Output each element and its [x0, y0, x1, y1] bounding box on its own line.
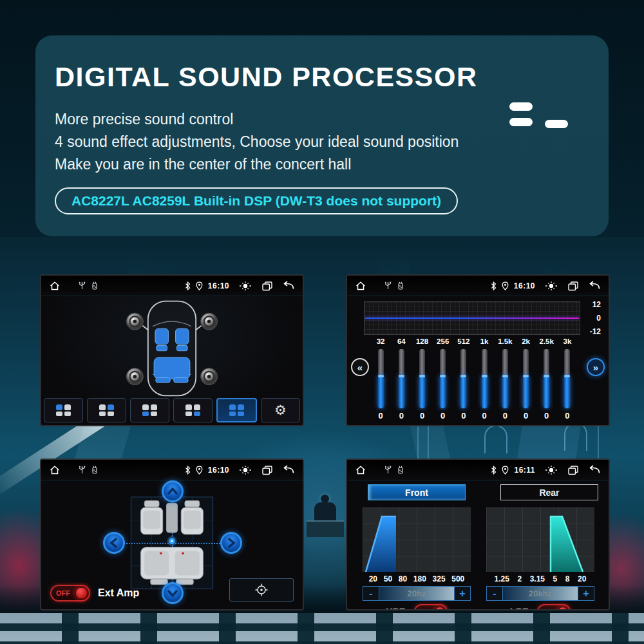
location-icon: [502, 281, 509, 290]
band-freq: 512: [457, 337, 469, 348]
bluetooth-icon: [185, 281, 191, 290]
band-slider[interactable]: [460, 349, 466, 408]
car-top-view: [114, 298, 230, 399]
equalizer-view: 12 0 -12 « » 320 640 1280 2560 5120 1k0 …: [347, 296, 609, 425]
speaker-select-screen: 16:10: [40, 274, 304, 426]
feature-line-1: More precise sound control: [55, 108, 580, 131]
next-band-button[interactable]: »: [587, 358, 605, 376]
status-bar: 16:11: [347, 460, 609, 480]
band-slider[interactable]: [399, 349, 404, 408]
arrow-right-button[interactable]: [220, 532, 242, 554]
crosshair-target-icon: [254, 583, 269, 597]
home-icon[interactable]: [355, 281, 366, 291]
status-bar: 16:10: [41, 460, 303, 480]
stage-arch: [564, 422, 587, 451]
ext-amp-toggle[interactable]: OFF: [50, 585, 90, 601]
usb-device-icon: [91, 465, 99, 475]
tab-front[interactable]: Front: [368, 484, 466, 500]
eq-y-max: 12: [583, 300, 601, 309]
reset-position-button[interactable]: [229, 578, 294, 601]
band-slider[interactable]: [523, 349, 529, 408]
lpf-frequency-stepper: - 20khz +: [486, 586, 594, 601]
brightness-icon[interactable]: [544, 465, 558, 475]
hpf-plus-button[interactable]: +: [454, 586, 471, 601]
seat-preset-rear-right[interactable]: [173, 398, 213, 422]
eq-curve-line: [365, 317, 579, 319]
band-slider[interactable]: [440, 349, 446, 408]
band-value: 0: [524, 411, 528, 421]
ext-amp-state: OFF: [56, 589, 70, 597]
seat-preset-front-right[interactable]: [87, 398, 126, 422]
band-slider[interactable]: [378, 349, 384, 408]
band-slider[interactable]: [502, 349, 508, 408]
equalizer-dashes-icon: [509, 102, 569, 131]
band-freq: 32: [377, 337, 385, 348]
tab-rear[interactable]: Rear: [500, 484, 598, 500]
usb-icon: [384, 281, 392, 290]
feature-line-2: 4 sound effect adjustments, Choose your …: [55, 131, 580, 153]
chevron-up-icon: [166, 485, 179, 498]
back-icon[interactable]: [588, 465, 601, 475]
back-icon[interactable]: [282, 465, 295, 475]
recents-icon[interactable]: [567, 281, 579, 291]
recents-icon[interactable]: [261, 281, 273, 291]
bluetooth-icon: [185, 466, 191, 475]
chevron-down-icon: [166, 587, 179, 600]
stage-truss-grid: [0, 613, 644, 644]
lpf-frequency-value: 20khz: [503, 586, 578, 601]
tick-label: 325: [433, 574, 446, 583]
prev-band-button[interactable]: «: [351, 358, 369, 376]
brightness-icon[interactable]: [238, 465, 252, 475]
dj-silhouette: [314, 502, 336, 522]
band-value: 0: [565, 411, 569, 421]
dj-booth: [307, 520, 344, 537]
seat-preset-rear-left[interactable]: [130, 398, 169, 422]
tick-label: 5: [553, 574, 558, 583]
feature-line-3: Make you are in the center of the concer…: [55, 153, 580, 176]
location-icon: [502, 466, 509, 475]
band-value: 0: [440, 411, 445, 421]
band-value: 0: [420, 411, 424, 421]
arrow-left-button[interactable]: [103, 532, 125, 554]
band-slider[interactable]: [419, 349, 425, 408]
arrow-up-button[interactable]: [162, 480, 184, 502]
band-value: 0: [461, 411, 466, 421]
tick-label: 180: [413, 574, 426, 583]
recents-icon[interactable]: [261, 465, 273, 475]
lpf-state: OFF: [543, 608, 557, 611]
ext-amp-label: Ext Amp: [98, 587, 139, 599]
band-slider[interactable]: [482, 349, 488, 408]
brightness-icon[interactable]: [544, 281, 558, 291]
eq-y-zero: 0: [583, 314, 601, 323]
equalizer-screen: 16:10 12 0 -12 « »: [346, 274, 610, 426]
feature-lines: More precise sound control 4 sound effec…: [55, 108, 580, 176]
page-title: DIGITAL SOUND PROCESSOR: [55, 61, 580, 93]
home-icon[interactable]: [49, 465, 61, 475]
chevron-right-icon: [225, 536, 238, 549]
hpf-minus-button[interactable]: -: [363, 586, 379, 601]
home-icon[interactable]: [355, 465, 366, 475]
lpf-toggle[interactable]: OFF: [537, 604, 571, 611]
hpf-toggle[interactable]: OFF: [414, 604, 448, 611]
seat-preset-bar: ⚙: [44, 398, 300, 422]
band-freq: 2.5k: [540, 337, 554, 348]
brightness-icon[interactable]: [238, 281, 252, 291]
settings-button[interactable]: ⚙: [261, 398, 300, 422]
back-icon[interactable]: [282, 281, 295, 290]
clock: 16:10: [208, 466, 229, 475]
band-slider[interactable]: [564, 349, 570, 408]
seat-preset-front-left[interactable]: [44, 398, 83, 422]
band-slider[interactable]: [544, 349, 549, 408]
tick-label: 20: [578, 574, 586, 583]
hpf-row: HPF OFF: [363, 604, 471, 611]
eq-response-graph: [364, 301, 580, 335]
lpf-plus-button[interactable]: +: [578, 586, 594, 601]
home-icon[interactable]: [49, 281, 61, 291]
lpf-minus-button[interactable]: -: [486, 586, 503, 601]
lpf-label: LPF: [510, 606, 528, 611]
seat-preset-all[interactable]: [216, 398, 257, 422]
status-bar: 16:10: [347, 276, 609, 296]
back-icon[interactable]: [588, 281, 601, 290]
arrow-down-button[interactable]: [162, 582, 184, 604]
recents-icon[interactable]: [567, 465, 579, 475]
